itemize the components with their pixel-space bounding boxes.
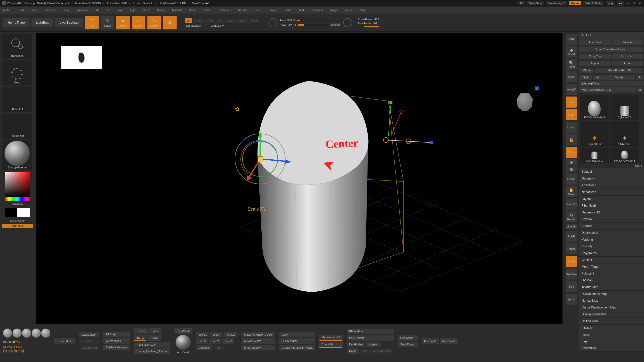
zcut-chip[interactable]: Zcut [249, 18, 259, 23]
goz-all-button[interactable]: All [593, 75, 603, 80]
rotate-view-button[interactable]: ↻Rotate [566, 211, 577, 222]
lsym-button[interactable]: L.Sym [566, 122, 577, 133]
grow-button[interactable]: Grow [279, 332, 315, 337]
draw-mode-button[interactable]: ✎Draw [101, 16, 114, 29]
tool-section-deformation[interactable]: Deformation [579, 230, 644, 236]
lazysmooth-button[interactable]: LazySmooth [79, 345, 99, 350]
m-chip[interactable]: M [216, 18, 223, 23]
a-chip[interactable]: A [185, 18, 191, 23]
menu-marker[interactable]: Marker [157, 9, 166, 12]
move-view-button[interactable]: ✋Move [566, 186, 577, 197]
maximize-icon[interactable]: ☐ [631, 1, 636, 6]
count-button[interactable]: Count 10 [319, 342, 343, 348]
layout-icon[interactable]: ⫼⫼ [606, 1, 615, 5]
menu-dynamics[interactable]: Dynamics [76, 9, 88, 12]
defaultzscript-button[interactable]: DefaultZScript [583, 1, 604, 5]
actual-button[interactable]: Actual [566, 71, 577, 82]
tool-section-vector-displacement-map[interactable]: Vector Displacement Map [579, 304, 644, 311]
rgb-chip[interactable]: Rgb [205, 18, 215, 23]
collapse-icon[interactable]: ▸◂ [617, 1, 624, 6]
append-button[interactable]: Append [366, 342, 381, 347]
tool-section-displacement-map[interactable]: Displacement Map [579, 291, 644, 297]
tool-section-geometry[interactable]: Geometry [579, 175, 644, 182]
tool-section-import[interactable]: Import [579, 331, 644, 338]
color-picker[interactable] [5, 172, 30, 197]
tool-section-uv-map[interactable]: UV Map [579, 277, 644, 284]
tool-section-preview[interactable]: Preview [579, 216, 644, 223]
tool-section-subtool[interactable]: Subtool [579, 168, 644, 175]
menu-file[interactable]: File [106, 9, 110, 12]
clone-button[interactable]: Clone [579, 68, 594, 73]
alpha-slot[interactable]: Alpha Off [2, 87, 32, 112]
tool-section-layers[interactable]: Layers [579, 196, 644, 202]
create-boolean-button[interactable]: Create_Boolean_Subtool [134, 348, 170, 354]
transp-button[interactable]: Transp [566, 243, 577, 254]
menu-material[interactable]: Material [172, 9, 182, 12]
ampdetail-label[interactable]: AmpDetail [177, 351, 189, 354]
focal-dial-icon[interactable] [268, 18, 277, 27]
menu-draw[interactable]: Draw [63, 9, 69, 12]
dynamic-chip[interactable]: Dynamic [330, 23, 341, 26]
tool-item[interactable]: ✦PolyMesh3D [610, 121, 639, 147]
menu-edit[interactable]: Edit [94, 9, 99, 12]
hue-bar[interactable] [5, 197, 30, 201]
tool-section-arraymesh[interactable]: ArrayMesh [579, 182, 644, 189]
paste-tool-button[interactable]: Paste Tool [612, 54, 643, 59]
menu-stroke[interactable]: Stroke [269, 9, 277, 12]
tool-section-contact[interactable]: Contact [579, 257, 644, 263]
load-tool-button[interactable]: Load Tool [579, 39, 611, 45]
solo-button[interactable]: Solo [566, 281, 577, 292]
texture-slot[interactable]: Texture Off [2, 114, 32, 139]
menu-transform[interactable]: Transform [310, 9, 323, 12]
transform-gizmo[interactable] [230, 124, 295, 189]
home-page-button[interactable]: Home Page [3, 18, 29, 27]
menu-stencil[interactable]: Stencil [254, 9, 262, 12]
lazymouse-button[interactable]: LazyMouse [79, 332, 99, 337]
mrgb-chip[interactable]: Mrgb [193, 18, 204, 23]
size-dial-icon[interactable] [343, 18, 352, 27]
menu-alpha[interactable]: Alpha [3, 9, 10, 12]
menu-layer[interactable]: Layer [117, 9, 124, 12]
lightbox-button[interactable]: LightBox [31, 18, 53, 27]
menu-tool[interactable]: Tool [299, 9, 304, 12]
focal-shift-slider[interactable] [297, 20, 327, 21]
goz-r-button[interactable]: R [636, 75, 643, 80]
weldy-button[interactable]: WeldY [210, 332, 223, 337]
dynamesh-button[interactable]: DynaMesh [174, 328, 192, 334]
menu-color[interactable]: Color [30, 9, 37, 12]
minsubd-button[interactable]: Min SubD [422, 338, 439, 344]
fillobject-button[interactable]: FillObject [103, 332, 130, 337]
menu-movie[interactable]: Movie [188, 9, 196, 12]
project-button[interactable]: Project [147, 335, 161, 341]
automask-button[interactable]: AutoMask PG [242, 338, 275, 344]
tool-section-initialize[interactable]: Initialize [579, 325, 644, 331]
polish-button[interactable]: Polish [149, 328, 162, 334]
gradient-label[interactable]: Gradient [2, 202, 33, 205]
dynamesh-material-icon[interactable] [176, 335, 191, 350]
tool-section-unified-skin[interactable]: Unified Skin [579, 318, 644, 325]
switchcolor-button[interactable]: SwitchColor [2, 219, 33, 222]
tool-section-export[interactable]: Export [579, 338, 644, 345]
tool-item[interactable]: Cylinder3D [610, 95, 639, 120]
frame-mesh-button[interactable]: Frame Mesh [54, 338, 75, 344]
seethrough-slider[interactable]: See-through 0 [546, 1, 568, 5]
tool-section-texture-map[interactable]: Texture Map [579, 284, 644, 291]
make-polymesh-button[interactable]: Make PolyMesh3D [595, 68, 643, 73]
applytomesh-button[interactable]: Apply To Mesh [371, 348, 394, 354]
tool-section-nanomesh[interactable]: NanoMesh [579, 189, 644, 196]
tool-r-button[interactable]: R [637, 87, 643, 93]
close-icon[interactable]: ✕ [637, 1, 642, 6]
linefill-button[interactable]: Line Fill [566, 224, 577, 229]
load-project-button[interactable]: Load Tools From Project [579, 47, 643, 52]
tool-section-polygroups[interactable]: Polygroups [579, 250, 644, 257]
flipx-button[interactable]: Flip X [196, 338, 208, 344]
tool-section-fibermesh[interactable]: FiberMesh [579, 202, 644, 209]
current-tool[interactable]: PM3D_Cylinder3D_1. 49 [579, 87, 636, 93]
resolution-button[interactable]: Resolution 128 [134, 342, 170, 347]
menu-render[interactable]: Render [238, 9, 247, 12]
ghost-button[interactable]: Ghost [566, 256, 577, 267]
live-boolean-button[interactable]: Live Boolean [55, 18, 83, 27]
tool-section-polypaint[interactable]: Polypaint [579, 270, 644, 277]
menu-help[interactable]: Help [360, 9, 366, 12]
tool-item[interactable]: PM3D_Cylinder3 [580, 95, 609, 120]
